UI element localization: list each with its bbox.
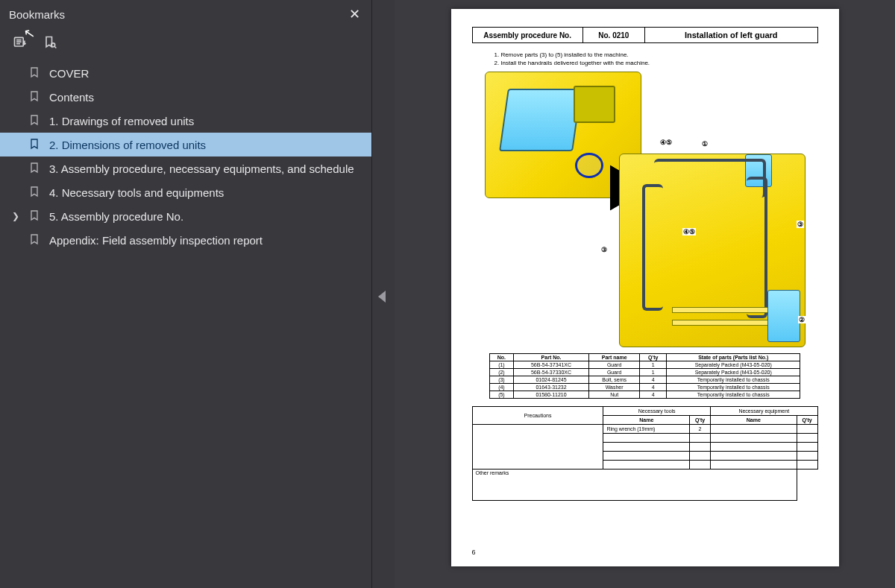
bookmark-label: Appendix: Field assembly inspection repo…	[49, 234, 263, 247]
parts-cell: 01643-31232	[514, 384, 589, 391]
bookmark-label: 4. Necessary tools and equipments	[49, 186, 224, 199]
bookmark-label: Contents	[49, 91, 94, 104]
bottom-grid: PrecautionsNecessary toolsNecessary equi…	[472, 406, 818, 501]
tool-name-cell: Ring wrench (19mm)	[603, 425, 690, 434]
col-name: Name	[710, 416, 797, 425]
parts-cell: Nut	[588, 391, 639, 399]
header-title: Installation of left guard	[644, 28, 817, 43]
close-icon[interactable]: ✕	[345, 4, 364, 24]
tool-qty-cell: 2	[690, 425, 711, 434]
illustration: ④⑤ ① ③ ④⑤ ③ ②	[485, 72, 806, 347]
callout-4-5: ④⑤	[682, 228, 696, 235]
bookmark-item[interactable]: Appendix: Field assembly inspection repo…	[0, 228, 371, 252]
col-name: Name	[603, 416, 690, 425]
callout-2: ②	[798, 316, 806, 323]
tools-header: Necessary tools	[603, 407, 711, 416]
tool-name-cell	[603, 434, 690, 443]
bookmark-icon	[28, 209, 42, 223]
bookmark-item[interactable]: 4. Necessary tools and equipments	[0, 180, 371, 204]
parts-table: No.Part No.Part nameQ'tyState of parts (…	[489, 353, 801, 399]
bookmark-item[interactable]: ❯5. Assembly procedure No.	[0, 204, 371, 228]
parts-cell: (5)	[489, 391, 513, 399]
parts-cell: 01024-81245	[514, 376, 589, 384]
tool-name-cell	[603, 443, 690, 452]
callout-3: ③	[797, 221, 804, 228]
instruction-line: 2. Install the handrails delivered toget…	[494, 59, 818, 67]
bookmark-item[interactable]: 3. Assembly procedure, necessary equipme…	[0, 157, 371, 180]
callout-1: ①	[701, 140, 709, 148]
bookmark-item[interactable]: COVER	[0, 61, 371, 85]
instruction-line: 1. Remove parts (3) to (5) installed to …	[494, 51, 818, 59]
bookmark-icon	[28, 114, 42, 127]
other-remarks-cell: Other remarks	[472, 470, 797, 501]
instruction-block: 1. Remove parts (3) to (5) installed to …	[494, 51, 818, 67]
parts-cell: Guard	[588, 369, 639, 376]
sidebar-header: Bookmarks ✕	[0, 0, 371, 28]
parts-cell: (2)	[489, 369, 513, 376]
parts-cell: 4	[640, 391, 667, 399]
bookmark-icon	[28, 90, 42, 104]
bookmark-item[interactable]: 1. Drawings of removed units	[0, 109, 371, 133]
bookmark-label: 3. Assembly procedure, necessary equipme…	[49, 162, 354, 175]
bookmark-item[interactable]: Contents	[0, 85, 371, 109]
equip-qty-cell	[797, 434, 817, 443]
page-header-table: Assembly procedure No. No. 0210 Installa…	[472, 27, 818, 43]
col-qty: Q'ty	[797, 416, 817, 425]
document-viewport[interactable]: Assembly procedure No. No. 0210 Installa…	[395, 0, 895, 588]
parts-cell: Bolt, sems	[588, 376, 639, 384]
parts-cell: 1	[640, 369, 667, 376]
precautions-cell	[472, 425, 603, 470]
parts-cell: Separately Packed (M43-05-020)	[667, 369, 800, 376]
page-number: 6	[472, 549, 476, 556]
tool-qty-cell	[690, 443, 711, 452]
equip-qty-cell	[797, 452, 817, 461]
header-col2: No. 0210	[582, 28, 644, 43]
tool-qty-cell	[690, 434, 711, 443]
bookmark-item[interactable]: 2. Dimensions of removed units	[0, 133, 371, 157]
machine-detail-image	[619, 154, 806, 347]
parts-cell: Washer	[588, 384, 639, 391]
callout-3: ③	[600, 246, 608, 253]
sidebar-title: Bookmarks	[9, 8, 65, 21]
parts-cell: 56B-54-37330XC	[514, 369, 589, 376]
tool-name-cell	[603, 452, 690, 461]
bookmark-label: COVER	[49, 67, 89, 80]
parts-header-cell: Q'ty	[640, 354, 667, 361]
parts-cell: Guard	[588, 361, 639, 369]
tool-qty-cell	[690, 461, 711, 470]
collapse-sidebar-icon[interactable]	[378, 291, 386, 303]
parts-cell: (1)	[489, 361, 513, 369]
parts-header-cell: Part name	[588, 354, 639, 361]
parts-cell: Temporarily installed to chassis	[667, 376, 800, 384]
equip-qty-cell	[797, 425, 817, 434]
parts-cell: 01580-11210	[514, 391, 589, 399]
parts-header-cell: No.	[489, 354, 513, 361]
parts-cell: 1	[640, 361, 667, 369]
parts-cell: (3)	[489, 376, 513, 384]
sidebar-gutter	[372, 0, 395, 588]
outline-view-icon[interactable]	[12, 34, 28, 51]
svg-line-5	[54, 46, 57, 48]
sidebar-toolbar	[0, 28, 371, 58]
equip-name-cell	[710, 425, 797, 434]
bookmark-label: 2. Dimensions of removed units	[49, 139, 206, 151]
pdf-page: Assembly procedure No. No. 0210 Installa…	[451, 9, 839, 566]
bookmark-icon	[28, 162, 42, 175]
parts-cell: 56B-54-37341XC	[514, 361, 589, 369]
chevron-right-icon[interactable]: ❯	[10, 211, 21, 221]
equip-qty-cell	[797, 461, 817, 470]
find-bookmark-icon[interactable]	[42, 34, 58, 51]
tool-name-cell	[603, 461, 690, 470]
parts-header-cell: Part No.	[514, 354, 589, 361]
bookmark-icon	[28, 138, 42, 151]
bookmark-label: 1. Drawings of removed units	[49, 115, 194, 127]
tool-qty-cell	[690, 452, 711, 461]
parts-cell: 4	[640, 384, 667, 391]
precautions-header: Precautions	[472, 407, 603, 425]
parts-cell: (4)	[489, 384, 513, 391]
bookmark-label: 5. Assembly procedure No.	[49, 210, 183, 223]
callout-4-5: ④⑤	[659, 139, 673, 146]
equip-name-cell	[710, 434, 797, 443]
parts-cell: Separately Packed (M43-05-020)	[667, 361, 800, 369]
bookmarks-sidebar: ↖ Bookmarks ✕ COVERContents1. Drawings o…	[0, 0, 372, 588]
